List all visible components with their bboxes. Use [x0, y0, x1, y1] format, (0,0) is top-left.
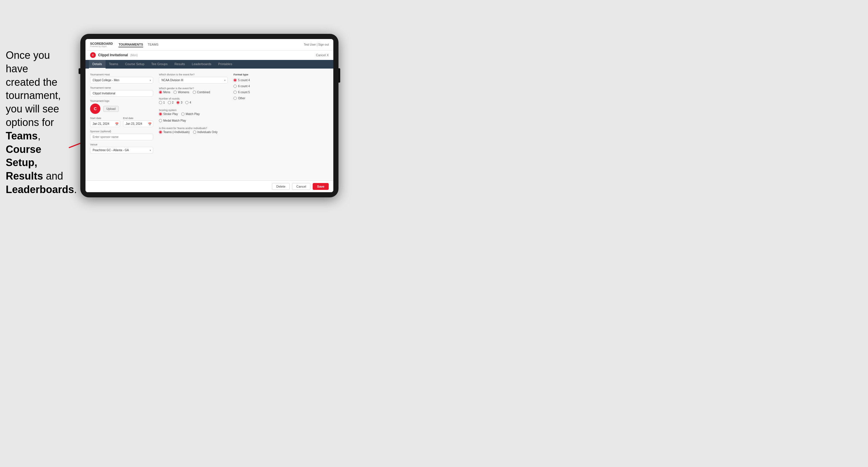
tournament-name-field: Tournament name	[90, 86, 153, 97]
scoring-medal-option[interactable]: Medal Match Play	[159, 119, 186, 122]
scoring-match-label: Match Play	[186, 113, 199, 116]
rounds-field: Number of rounds 1 2 3	[159, 97, 228, 104]
rounds-4-label: 4	[190, 101, 191, 104]
gender-field: Which gender is the event for? Mens Wome…	[159, 87, 228, 94]
scoring-medal-radio[interactable]	[159, 119, 162, 122]
format-5count4-option[interactable]: 5 count 4	[234, 79, 279, 82]
rounds-3-option[interactable]: 3	[177, 101, 182, 104]
format-6count5-label: 6 count 5	[238, 91, 250, 94]
nav-links: TOURNAMENTS TEAMS	[119, 42, 158, 47]
logo-upload-area: C Upload	[90, 103, 153, 114]
app-logo: SCOREBOARD Powered by clippd	[90, 42, 113, 48]
end-date-label: End date	[123, 117, 153, 120]
scoring-radio-group: Stroke Play Match Play Medal Match Play	[159, 113, 228, 122]
tab-results[interactable]: Results	[171, 60, 188, 68]
tab-course-setup[interactable]: Course Setup	[122, 60, 148, 68]
gender-mens-label: Mens	[163, 91, 170, 94]
format-5count4-label: 5 count 4	[238, 79, 250, 82]
gender-radio-group: Mens Womens Combined	[159, 91, 228, 94]
gender-mens-option[interactable]: Mens	[159, 91, 170, 94]
tab-teams[interactable]: Teams	[105, 60, 122, 68]
tournament-logo-label: Tournament logo	[90, 99, 153, 102]
gender-womens-radio[interactable]	[174, 91, 177, 94]
teams-individuals-label: Individuals Only	[197, 130, 218, 134]
gender-womens-label: Womens	[178, 91, 189, 94]
main-content: Tournament Host Clippd College - Men ▼ T…	[86, 68, 333, 181]
start-date-wrapper: 📅	[90, 121, 120, 127]
scoring-label: Scoring system	[159, 109, 228, 112]
rounds-4-option[interactable]: 4	[185, 101, 191, 104]
tablet-device: SCOREBOARD Powered by clippd TOURNAMENTS…	[80, 34, 339, 197]
delete-button[interactable]: Delete	[272, 183, 290, 190]
rounds-2-option[interactable]: 2	[168, 101, 174, 104]
end-date-calendar-icon: 📅	[148, 122, 151, 125]
format-6count4-radio[interactable]	[234, 85, 237, 88]
tab-leaderboards[interactable]: Leaderboards	[188, 60, 215, 68]
tab-printables[interactable]: Printables	[215, 60, 236, 68]
sponsor-label: Sponsor (optional)	[90, 130, 153, 133]
middle-column: Which division is the event for? NCAA Di…	[159, 73, 228, 176]
teams-combined-option[interactable]: Teams (+Individuals)	[159, 130, 190, 134]
format-6count4-label: 6 count 4	[238, 85, 250, 88]
tab-bar: Details Teams Course Setup Tee Groups Re…	[86, 60, 333, 68]
tablet-side-button-left	[79, 68, 80, 74]
rounds-3-label: 3	[181, 101, 182, 104]
format-6count5-radio[interactable]	[234, 91, 237, 94]
end-date-field: End date 📅	[123, 117, 153, 127]
format-6count5-option[interactable]: 6 count 5	[234, 91, 279, 94]
scoring-match-radio[interactable]	[181, 113, 184, 116]
rounds-1-label: 1	[163, 101, 165, 104]
date-row: Start date 📅 End date 📅	[90, 117, 153, 127]
format-type-title: Format type	[234, 73, 279, 76]
tournament-name-input[interactable]	[90, 90, 153, 97]
venue-select-wrapper: Peachtree GC - Atlanta - GA ▼	[90, 147, 153, 153]
rounds-label: Number of rounds	[159, 97, 228, 100]
logo-preview: C	[90, 103, 100, 114]
gender-mens-radio[interactable]	[159, 91, 162, 94]
format-other-radio[interactable]	[234, 97, 237, 100]
tournament-logo-field: Tournament logo C Upload	[90, 99, 153, 114]
user-info: Test User | Sign out	[304, 43, 329, 46]
tab-tee-groups[interactable]: Tee Groups	[148, 60, 171, 68]
teams-combined-radio[interactable]	[159, 130, 162, 134]
tablet-side-button-right	[339, 68, 340, 83]
start-date-calendar-icon: 📅	[115, 122, 119, 125]
gender-womens-option[interactable]: Womens	[174, 91, 189, 94]
cancel-button[interactable]: Cancel	[292, 183, 310, 190]
save-button[interactable]: Save	[313, 183, 329, 190]
tournament-host-select-wrapper: Clippd College - Men ▼	[90, 77, 153, 84]
scoring-stroke-radio[interactable]	[159, 113, 162, 116]
cancel-tournament-btn[interactable]: Cancel X	[316, 53, 329, 57]
format-5count4-radio[interactable]	[234, 79, 237, 82]
tournament-name-label: Tournament name	[90, 86, 153, 89]
nav-tournaments[interactable]: TOURNAMENTS	[119, 42, 143, 47]
division-field: Which division is the event for? NCAA Di…	[159, 73, 228, 84]
venue-select[interactable]: Peachtree GC - Atlanta - GA	[90, 147, 153, 153]
start-date-field: Start date 📅	[90, 117, 120, 127]
rounds-3-radio[interactable]	[177, 101, 180, 104]
sponsor-field: Sponsor (optional)	[90, 130, 153, 140]
teams-label: Is this event for Teams and/or Individua…	[159, 127, 228, 130]
gender-combined-label: Combined	[197, 91, 210, 94]
scoring-match-option[interactable]: Match Play	[181, 113, 199, 116]
sponsor-input[interactable]	[90, 134, 153, 140]
nav-teams[interactable]: TEAMS	[148, 42, 159, 47]
rounds-4-radio[interactable]	[185, 101, 188, 104]
end-date-wrapper: 📅	[123, 121, 153, 127]
tab-details[interactable]: Details	[89, 60, 105, 68]
format-6count4-option[interactable]: 6 count 4	[234, 85, 279, 88]
rounds-1-radio[interactable]	[159, 101, 162, 104]
format-other-option[interactable]: Other	[234, 97, 279, 100]
gender-combined-option[interactable]: Combined	[193, 91, 210, 94]
tournament-host-select[interactable]: Clippd College - Men	[90, 77, 153, 84]
tournament-title-row: C Clippd Invitational (Men)	[90, 52, 138, 58]
teams-individuals-radio[interactable]	[193, 130, 196, 134]
gender-combined-radio[interactable]	[193, 91, 196, 94]
rounds-2-radio[interactable]	[168, 101, 171, 104]
scoring-stroke-option[interactable]: Stroke Play	[159, 113, 178, 116]
start-date-label: Start date	[90, 117, 120, 120]
upload-button[interactable]: Upload	[103, 106, 119, 112]
rounds-1-option[interactable]: 1	[159, 101, 165, 104]
teams-individuals-option[interactable]: Individuals Only	[193, 130, 218, 134]
division-select[interactable]: NCAA Division III	[159, 77, 228, 84]
